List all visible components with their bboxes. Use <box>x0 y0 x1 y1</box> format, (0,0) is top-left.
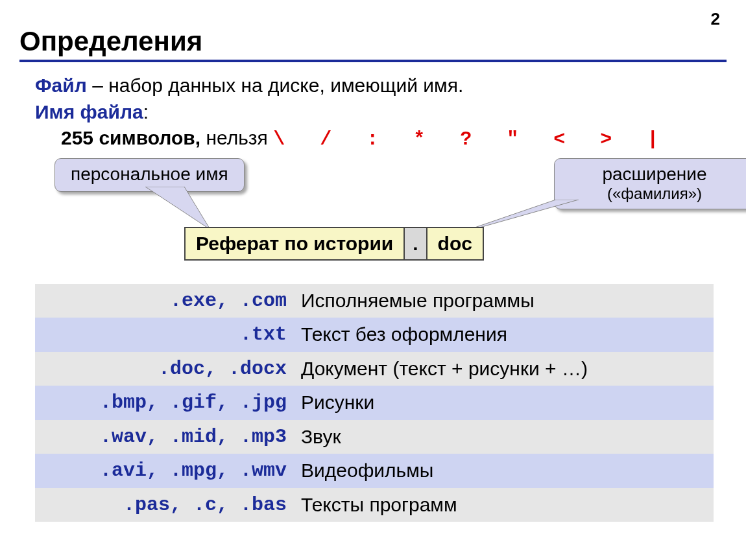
extension-cell: .bmp, .gif, .jpg <box>35 386 296 420</box>
filename-colon: : <box>143 101 149 122</box>
extension-cell: .txt <box>35 318 296 352</box>
table-row: .pas, .c, .basТексты программ <box>35 488 714 522</box>
description-cell: Тексты программ <box>296 488 714 522</box>
description-cell: Исполняемые программы <box>296 284 714 318</box>
extension-cell: .avi, .mpg, .wmv <box>35 454 296 488</box>
extension-cell: .wav, .mid, .mp3 <box>35 420 296 454</box>
filename-ext: doc <box>427 228 483 260</box>
description-cell: Документ (текст + рисунки + …) <box>296 352 714 386</box>
description-cell: Текст без оформления <box>296 318 714 352</box>
page-number: 2 <box>711 9 720 29</box>
table-row: .txtТекст без оформления <box>35 318 714 352</box>
filename-base: Реферат по истории <box>186 228 403 260</box>
filename-box: Реферат по истории . doc <box>184 227 484 261</box>
rule-limit: 255 символов, <box>61 127 200 148</box>
definition-sep: – <box>87 75 108 96</box>
rule-line: 255 символов, нельзя \ / : * ? ″ < > | <box>35 125 714 153</box>
filename-illustration: персональное имя расширение («фамилия») … <box>35 158 714 268</box>
term-filename: Имя файла <box>35 101 143 122</box>
term-file: Файл <box>35 75 87 96</box>
svg-marker-0 <box>145 187 210 229</box>
extensions-table: .exe, .comИсполняемые программы.txtТекст… <box>35 284 714 522</box>
description-cell: Видеофильмы <box>296 454 714 488</box>
table-row: .exe, .comИсполняемые программы <box>35 284 714 318</box>
table-row: .doc, .docxДокумент (текст + рисунки + …… <box>35 352 714 386</box>
callout-extension: расширение («фамилия») <box>554 158 746 210</box>
extension-cell: .pas, .c, .bas <box>35 488 296 522</box>
rule-plain: нельзя <box>200 127 273 148</box>
callout-extension-title: расширение <box>602 164 706 184</box>
description-cell: Звук <box>296 420 714 454</box>
forbidden-chars: \ / : * ? ″ < > | <box>273 128 670 150</box>
callout-personal-name-text: персональное имя <box>71 164 228 184</box>
extension-cell: .doc, .docx <box>35 352 296 386</box>
table-row: .wav, .mid, .mp3Звук <box>35 420 714 454</box>
table-row: .avi, .mpg, .wmvВидеофильмы <box>35 454 714 488</box>
table-row: .bmp, .gif, .jpgРисунки <box>35 386 714 420</box>
slide-title: Определения <box>19 26 727 62</box>
filename-heading: Имя файла: <box>35 99 714 126</box>
definition-text: набор данных на диске, имеющий имя. <box>108 75 463 96</box>
description-cell: Рисунки <box>296 386 714 420</box>
slide: Определения Файл – набор данных на диске… <box>0 0 746 522</box>
extension-cell: .exe, .com <box>35 284 296 318</box>
filename-dot: . <box>403 228 427 260</box>
slide-body: Файл – набор данных на диске, имеющий им… <box>19 66 727 522</box>
definition-line: Файл – набор данных на диске, имеющий им… <box>35 73 714 99</box>
callout-extension-sub: («фамилия») <box>570 185 739 203</box>
